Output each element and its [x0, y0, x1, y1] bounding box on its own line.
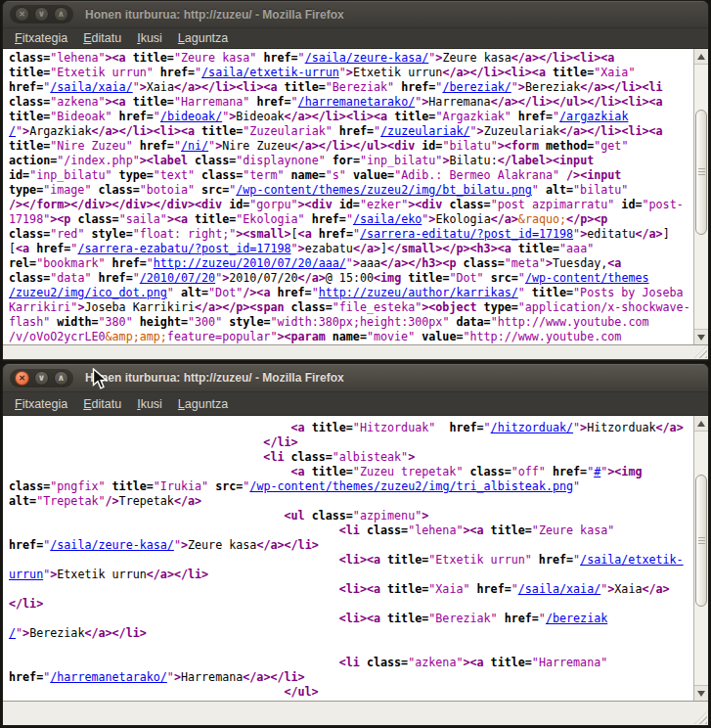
source-token: id=	[621, 198, 642, 211]
source-token: class=	[98, 183, 139, 197]
source-token: "	[133, 271, 140, 285]
maximize-button[interactable]: ∧	[54, 371, 68, 386]
menubar: FitxategiaEditatuIkusiLaguntza	[3, 27, 708, 48]
source-token: Nire Zuzeu	[222, 139, 290, 153]
scrollbar[interactable]	[693, 416, 708, 701]
source-link[interactable]: /argazkiak	[559, 110, 628, 123]
source-token: class=	[464, 256, 505, 270]
source-link[interactable]: /saila/etxetik-urrun	[201, 66, 339, 79]
source-token: "off"	[511, 465, 553, 478]
source-token: <li	[263, 450, 290, 464]
source-link[interactable]: /saila/zeure-kasa/	[50, 538, 174, 552]
menu-item-editatu[interactable]: Editatu	[75, 29, 129, 47]
menu-item-ikusi[interactable]: Ikusi	[129, 395, 170, 413]
source-token: </a></li>	[147, 568, 208, 581]
source-line: class="data" href="/2010/07/20">2010/07/…	[9, 271, 693, 286]
source-line: class="lehena"><a title="Zeure kasa" hre…	[9, 51, 693, 66]
source-token: 2010/07/20	[229, 271, 297, 285]
source-link[interactable]: /ni/	[181, 139, 208, 153]
source-token: Ekologia	[435, 212, 490, 226]
source-link[interactable]: /wp-content/themes/zuzeu2/img/bt_bilatu.…	[236, 183, 532, 197]
source-link[interactable]: /	[9, 626, 16, 640]
source-link[interactable]: /saila/etxetik-	[580, 553, 684, 567]
source-token: href=	[36, 242, 70, 255]
source-link[interactable]: /wp-content/themes/zuzeu2/img/tri_albist…	[249, 479, 573, 493]
source-line: /">Bereziak</a></li>	[9, 626, 693, 641]
menu-item-editatu[interactable]: Editatu	[75, 395, 129, 413]
maximize-button[interactable]: ∧	[54, 7, 68, 22]
source-link[interactable]: /saila/xaia/	[518, 582, 600, 596]
resize-grip[interactable]	[694, 345, 707, 358]
source-line: <ul class="azpimenu">	[9, 509, 693, 523]
source-link[interactable]: http://zuzeu/2010/07/20/aaa/	[154, 256, 346, 270]
source-link[interactable]: /saila/xaia/	[50, 80, 132, 94]
source-link[interactable]: http://zuzeu/author/karrikas/	[319, 286, 518, 299]
source-token: "text"	[154, 168, 201, 182]
source-token: href=	[140, 139, 174, 153]
minimize-button[interactable]: ∨	[34, 371, 49, 386]
scrollbar-thumb[interactable]	[695, 475, 707, 607]
source-token: class=	[9, 227, 50, 241]
source-link[interactable]: /2010/07/20	[140, 271, 215, 285]
source-link[interactable]: /hitzorduak/	[491, 421, 573, 434]
source-token: href=	[119, 110, 154, 123]
minimize-button[interactable]: ∨	[34, 7, 49, 22]
source-token: "aaa"	[559, 242, 594, 255]
scrollbar-down-button[interactable]	[694, 685, 708, 701]
close-button[interactable]: ×	[15, 371, 29, 386]
source-token: class=	[449, 198, 490, 211]
scrollbar-down-button[interactable]	[694, 329, 708, 344]
menu-item-laguntza[interactable]: Laguntza	[170, 395, 236, 413]
source-token	[9, 435, 263, 449]
source-token: </label><input	[498, 154, 595, 167]
source-token: </a></li><li><a	[442, 66, 553, 79]
scrollbar[interactable]	[693, 49, 708, 344]
source-link[interactable]: /zuzeu2/img/ico_dot.png	[9, 286, 167, 299]
source-token: </a></li><li><a	[285, 110, 395, 123]
source-token: method=	[546, 139, 594, 153]
source-link[interactable]: /harremanetarako/	[50, 670, 167, 684]
source-token: Etxetik urrun	[353, 66, 442, 79]
source-link[interactable]: /saila/eko	[353, 212, 422, 226]
source-link[interactable]: /harremanetarako/	[298, 95, 416, 109]
source-line: /></form></div></div></div><div id="gorp…	[9, 198, 693, 212]
source-link[interactable]: /sarrera-ezabatu/?post_id=17198	[77, 242, 290, 255]
window-bottom[interactable]: × ∨ ∧ Honen iturburua: http://zuzeu/ - M…	[2, 363, 709, 726]
scrollbar-thumb[interactable]	[695, 110, 707, 235]
source-token: "botoia"	[140, 183, 201, 197]
source-token: />	[106, 494, 119, 508]
source-link[interactable]: /bideoak/	[160, 110, 222, 123]
source-token: </a>	[491, 212, 518, 226]
source-token: <li><a	[339, 553, 387, 567]
scrollbar-up-button[interactable]	[694, 49, 708, 65]
source-link[interactable]: /	[9, 124, 16, 138]
source-token: "saila"	[119, 212, 167, 226]
menu-item-ikusi[interactable]: Ikusi	[129, 29, 170, 47]
source-token: "gorpu"	[249, 198, 297, 211]
source-token: </li>	[263, 435, 297, 449]
menu-item-fitxategia[interactable]: Fitxategia	[7, 395, 75, 413]
menu-item-laguntza[interactable]: Laguntza	[170, 29, 236, 47]
scrollbar-up-button[interactable]	[694, 416, 708, 432]
resize-grip[interactable]	[694, 711, 707, 724]
source-line: class="azkena"><a title="Harremana" href…	[9, 95, 693, 110]
source-token: type=	[484, 300, 518, 314]
menu-item-fitxategia[interactable]: Fitxategia	[7, 29, 75, 47]
source-link[interactable]: /bereziak	[546, 612, 607, 625]
source-link[interactable]: /wp-content/themes	[525, 271, 649, 285]
source-link[interactable]: /saila/zeure-kasa/	[305, 51, 429, 65]
source-token: class=	[77, 212, 118, 226]
source-link[interactable]: /sarrera-editatu/?post_id=17198	[360, 227, 573, 241]
thumb-grip-icon	[698, 168, 705, 176]
titlebar[interactable]: × ∨ ∧ Honen iturburua: http://zuzeu/ - M…	[3, 1, 708, 27]
close-button[interactable]: ×	[15, 7, 29, 22]
source-line	[9, 641, 693, 656]
source-token: &amp;amp;	[106, 330, 167, 343]
source-token: <img	[374, 271, 408, 285]
source-link[interactable]: /bereziak/	[442, 80, 511, 94]
source-link[interactable]: /zuzeulariak/	[380, 124, 469, 138]
titlebar[interactable]: × ∨ ∧ Honen iturburua: http://zuzeu/ - M…	[3, 364, 708, 391]
source-link[interactable]: urrun	[9, 568, 43, 581]
source-token: name=	[291, 168, 326, 182]
window-top[interactable]: × ∨ ∧ Honen iturburua: http://zuzeu/ - M…	[2, 0, 709, 361]
